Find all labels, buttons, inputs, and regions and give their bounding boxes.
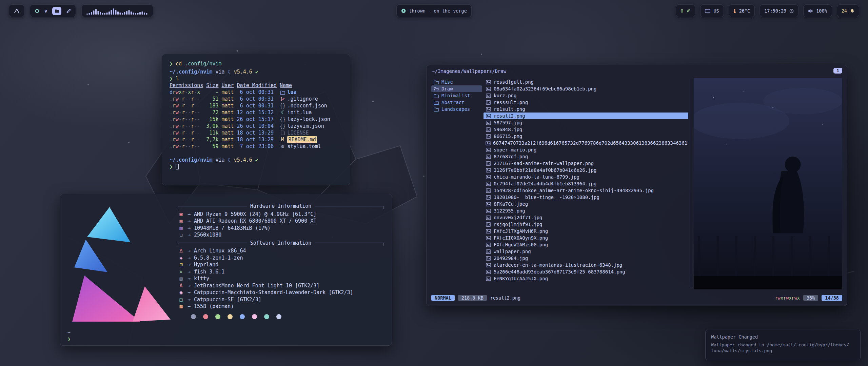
- command-text: cd: [176, 61, 182, 67]
- file-item[interactable]: 68747470733a2f2f696d616765732d7769786d70…: [484, 140, 688, 146]
- file-name: chica-mirando-la-luna-8799.jpg: [494, 174, 579, 180]
- file-name: result2.png: [494, 113, 525, 119]
- file-name: lua: [287, 89, 296, 96]
- file-item[interactable]: super-mario.png: [484, 146, 688, 153]
- file-item[interactable]: 0c794faf07de24a4db4d4fb1eb813964.jpg: [484, 180, 688, 187]
- file-item[interactable]: chica-mirando-la-luna-8799.jpg: [484, 174, 688, 180]
- image-icon: [486, 236, 491, 240]
- image-icon: [486, 127, 491, 132]
- file-name: 5a266e448add93deab367d87173e9f25-6837886…: [494, 269, 625, 274]
- file-item[interactable]: kurz.png: [484, 92, 688, 99]
- file-name: 3126f7e9bbf21a8a4af0b67b041c6e26.jpg: [494, 167, 596, 173]
- file-item[interactable]: FXfcHgcWIAMzs0G.png: [484, 241, 688, 248]
- file-item[interactable]: ressdfgult.png: [484, 79, 688, 85]
- workspace-1[interactable]: [35, 9, 39, 13]
- status-count: 0: [680, 8, 683, 14]
- sidebar-folder-draw[interactable]: Draw: [431, 85, 482, 92]
- sidebar-folder-minimalist[interactable]: Minimalist: [431, 92, 482, 99]
- file-item[interactable]: 19201080-__blue-tinge__-1920×1080.jpg: [484, 194, 688, 201]
- fetch-value: fish 3.6.1: [194, 268, 224, 276]
- notification-popup[interactable]: Wallpaper Changed Wallpaper changed to /…: [705, 330, 861, 360]
- listing-row: .rw-r--r-- 11kmatt18 oct 13:29LICENSE: [170, 129, 342, 136]
- file-name: stylua.toml: [287, 143, 321, 150]
- file-item[interactable]: 596848.jpg: [484, 126, 688, 133]
- software-info-list: ∆→Arch Linux x86_64◈→6.5.8-zen1-1-zen⊞→H…: [178, 247, 383, 310]
- arch-logo-icon: [14, 8, 20, 13]
- file-item[interactable]: atardecer-en-la-montanas-ilustracion-634…: [484, 262, 688, 268]
- file-item[interactable]: 3122955.png: [484, 207, 688, 214]
- file-item[interactable]: 08a634fa02a32364f69ebc86a98eb1eb.png: [484, 85, 688, 92]
- listing-row: .rw-r--r-- 15kmatt26 oct 15:17{}lazy-loc…: [170, 116, 342, 123]
- image-icon: [486, 182, 491, 186]
- file-name: 08a634fa02a32364f69ebc86a98eb1eb.png: [494, 86, 596, 92]
- file-item[interactable]: rsjqojlmjhf91.jpg: [484, 221, 688, 228]
- workspace-2[interactable]: v: [44, 8, 47, 14]
- file-item[interactable]: 3126f7e9bbf21a8a4af0b67b041c6e26.jpg: [484, 167, 688, 174]
- file-item[interactable]: EeNKYgIUcAAJ5JX.png: [484, 275, 688, 282]
- file-manager-window[interactable]: ~/Imagenes/Wallpapers/Draw 1 MiscDrawMin…: [426, 65, 847, 306]
- palette-dot: [252, 314, 257, 319]
- folder-icon: [433, 94, 439, 98]
- terminal-window[interactable]: ❯ cd .config/nvim ~/.config/nvim via ☾ v…: [162, 54, 350, 185]
- file-item[interactable]: 87r687df.png: [484, 153, 688, 160]
- filesize-badge: 218.8 KB: [458, 295, 487, 301]
- launcher-button[interactable]: [9, 4, 24, 17]
- sidebar-folder-misc[interactable]: Misc: [431, 79, 482, 85]
- image-icon: [486, 100, 491, 105]
- sidebar-folder-landscapes[interactable]: Landscapes: [431, 106, 482, 113]
- file-item[interactable]: 5a266e448add93deab367d87173e9f25-6837886…: [484, 268, 688, 275]
- file-name: rsjqojlmjhf91.jpg: [494, 222, 542, 227]
- tab-indicator[interactable]: 1: [833, 68, 842, 74]
- file-item[interactable]: result2.png: [484, 113, 688, 119]
- file-item[interactable]: 587597.jpg: [484, 119, 688, 126]
- file-item[interactable]: 154928-odinokoe_anime-art-anime-okno-sin…: [484, 187, 688, 194]
- file-name: 596848.jpg: [494, 127, 522, 132]
- workspace-3-active[interactable]: [52, 7, 61, 15]
- file-item[interactable]: FXfcII0X0AQyn9X.png: [484, 235, 688, 241]
- volume-widget[interactable]: 100%: [803, 4, 832, 17]
- file-item[interactable]: 866715.png: [484, 133, 688, 140]
- arrow-icon: →: [188, 275, 191, 282]
- prompt-icon: ❯: [67, 336, 71, 343]
- image-icon: [486, 195, 491, 200]
- file-name: .gitignore: [287, 96, 318, 102]
- image-icon: [486, 256, 491, 261]
- file-name: README.md: [287, 136, 317, 143]
- clock-widget[interactable]: 17:50:29: [760, 4, 798, 17]
- image-icon: [486, 107, 491, 111]
- image-icon: [486, 134, 491, 139]
- media-title: thrown - on the verge: [409, 8, 467, 14]
- file-item[interactable]: nnvuv0xj2df71.jpg: [484, 214, 688, 221]
- fetch-value: AMD ATI Radeon RX 6800/6800 XT / 6900 XT: [194, 218, 316, 225]
- file-item[interactable]: 20492984.jpg: [484, 255, 688, 262]
- media-widget[interactable]: thrown - on the verge: [396, 4, 472, 17]
- cwd-path: ~/.config/nvim: [170, 69, 212, 75]
- keyboard-layout-widget[interactable]: US: [700, 4, 724, 17]
- file-name: 866715.png: [494, 134, 522, 139]
- fetch-value: 10948MiB / 64183MiB (17%): [194, 225, 271, 232]
- file-item[interactable]: wallpaper.png: [484, 248, 688, 255]
- file-name: init.lua: [287, 109, 312, 116]
- file-name: 217167-sad-anime-rain-wallpaper.png: [494, 161, 594, 166]
- file-item[interactable]: resssult.png: [484, 99, 688, 106]
- lua-icon: ☾: [228, 69, 231, 75]
- command-text: l: [176, 76, 179, 82]
- listing-row: .rw-r--r-- 72matt12 oct 15:32☾init.lua: [170, 109, 342, 116]
- file-item[interactable]: 217167-sad-anime-rain-wallpaper.png: [484, 160, 688, 167]
- sidebar-folder-abstract[interactable]: Abstract: [431, 99, 482, 106]
- file-item[interactable]: re1sult.png: [484, 106, 688, 113]
- top-bar: v thrown - on the verge 0 US 26°C 17:50:…: [0, 4, 868, 17]
- system-status-widget[interactable]: 0: [676, 4, 695, 17]
- workspace-4[interactable]: [66, 9, 71, 13]
- clock-time: 17:50:29: [764, 8, 786, 14]
- arrow-icon: →: [188, 247, 191, 255]
- notifications-widget[interactable]: 24: [837, 4, 859, 17]
- file-item[interactable]: FXfcJlTXgAMvH6R.png: [484, 228, 688, 235]
- file-name: EeNKYgIUcAAJ5JX.png: [494, 276, 548, 281]
- distro-logo: [70, 206, 171, 323]
- image-icon: [486, 161, 491, 166]
- volume-value: 100%: [816, 8, 827, 14]
- folder-icon: [55, 9, 59, 13]
- file-item[interactable]: 8FKa7Cu.jpeg: [484, 201, 688, 207]
- fetch-terminal-window[interactable]: Hardware Information ▣→AMD Ryzen 9 5900X…: [60, 194, 392, 346]
